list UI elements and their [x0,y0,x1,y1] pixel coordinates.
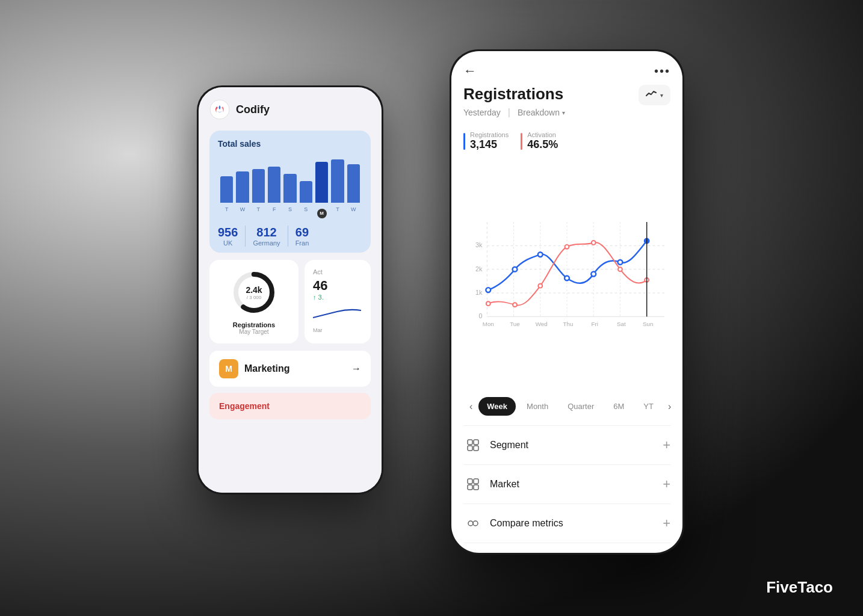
stat-divider-1 [245,226,246,247]
marketing-icon: M [219,359,238,378]
market-icon [463,475,483,494]
svg-point-35 [565,245,569,249]
svg-rect-45 [474,479,478,484]
marketing-row[interactable]: M Marketing → [209,351,371,387]
chart-area: 3k 2k 1k 0 Mon Tue Wed Thu Fri Sat Sun [463,161,670,390]
stat-country-france: Fran [295,239,309,247]
svg-rect-47 [474,485,478,490]
svg-text:Mon: Mon [483,321,494,327]
stat-divider-2 [288,226,288,247]
mar-label: Mar [313,327,362,333]
svg-text:2k: 2k [475,265,483,273]
metric-red-bar [521,133,522,150]
bar-7 [315,162,328,203]
bar-8 [331,159,344,203]
total-sales-label: Total sales [218,139,362,149]
engagement-row: Engagement [209,393,371,419]
stat-value-germany: 812 [253,226,280,239]
app-title: Codify [236,103,270,116]
svg-text:1k: 1k [475,289,483,296]
filter-divider: | [508,107,510,118]
bar-5 [283,174,296,203]
line-chart-svg: 3k 2k 1k 0 Mon Tue Wed Thu Fri Sat Sun [463,161,670,390]
metric-act-value: 46.5% [527,138,558,151]
stat-country-germany: Germany [253,239,280,247]
segment-filter-left: Segment [463,436,528,455]
act-change: ↑ 3. [313,294,362,301]
spark-chart [313,306,361,324]
bar-label-t2: T [252,206,265,218]
stat-value-france: 69 [295,226,309,239]
brand-name: FiveTaco [766,578,833,596]
period-quarter-button[interactable]: Quarter [559,397,602,416]
svg-point-37 [618,267,622,271]
period-week-button[interactable]: Week [478,397,516,416]
svg-point-34 [538,284,542,288]
market-add-button[interactable]: + [663,476,670,492]
page-title: Registrations [463,85,565,103]
segment-add-button[interactable]: + [663,437,670,453]
compare-add-button[interactable]: + [663,516,670,531]
svg-rect-44 [468,479,472,484]
bottom-cards: 2.4k / 3 000 Registrations May Target Ac… [209,260,371,343]
svg-text:0: 0 [478,312,482,319]
period-6m-button[interactable]: 6M [605,397,633,416]
date-filter[interactable]: Yesterday [463,108,501,117]
svg-rect-40 [468,440,472,445]
left-app-header: Codify [209,99,371,120]
svg-point-26 [513,267,518,272]
breakdown-filter[interactable]: Breakdown ▾ [518,108,565,117]
more-button[interactable]: ••• [654,64,670,78]
chart-type-button[interactable]: ▾ [639,85,670,105]
compare-filter-row[interactable]: Compare metrics + [463,504,670,543]
donut-value: 2.4k [246,285,262,294]
compare-filter-left: Compare metrics [463,514,563,533]
compare-label: Compare metrics [490,518,563,529]
period-month-button[interactable]: Month [518,397,557,416]
svg-point-32 [486,301,490,306]
market-filter-left: Market [463,475,519,494]
market-label: Market [490,479,519,490]
filter-section: Segment + [463,425,670,543]
stat-value-uk: 956 [218,226,238,239]
metrics-row: Registrations 3,145 Activation 46.5% [463,131,670,151]
line-chart-icon [646,90,657,100]
period-prev-button[interactable]: ‹ [466,399,476,414]
registrations-card: 2.4k / 3 000 Registrations May Target [209,260,298,343]
donut-sub: / 3 000 [246,294,262,300]
stat-germany: 812 Germany [253,226,280,247]
metric-reg-name: Registrations [470,131,509,138]
period-yt-button[interactable]: YT [635,397,662,416]
segment-label: Segment [490,440,528,451]
marketing-label: Marketing [244,363,290,374]
svg-text:Sun: Sun [643,321,653,327]
reg-subtitle: May Target [239,328,268,335]
svg-rect-41 [474,440,478,445]
market-filter-row[interactable]: Market + [463,465,670,504]
svg-text:Thu: Thu [563,321,574,327]
phone-left: Codify Total sales [197,85,383,494]
back-button[interactable]: ← [463,63,477,79]
metric-registrations: Registrations 3,145 [463,131,509,151]
bar-9 [347,164,360,203]
chart-type-chevron-icon: ▾ [660,92,663,99]
metric-activation: Activation 46.5% [521,131,558,151]
segment-filter-row[interactable]: Segment + [463,426,670,465]
svg-point-48 [468,521,473,526]
bar-chart [218,155,362,203]
bar-label-f: F [268,206,280,218]
svg-rect-46 [468,485,472,490]
codify-logo-icon [209,99,230,120]
period-next-button[interactable]: › [664,399,675,414]
bar-label-t3: T [331,206,344,218]
svg-text:3k: 3k [475,241,483,248]
compare-icon [463,514,483,533]
svg-point-49 [473,521,478,526]
stat-france: 69 Fran [295,226,309,247]
engagement-label: Engagement [219,401,270,411]
bar-3 [252,169,265,203]
activation-card: Act 46 ↑ 3. Mar [305,260,371,343]
filter-row: Yesterday | Breakdown ▾ [463,107,565,118]
act-value: 46 [313,278,362,294]
svg-point-27 [538,252,543,257]
